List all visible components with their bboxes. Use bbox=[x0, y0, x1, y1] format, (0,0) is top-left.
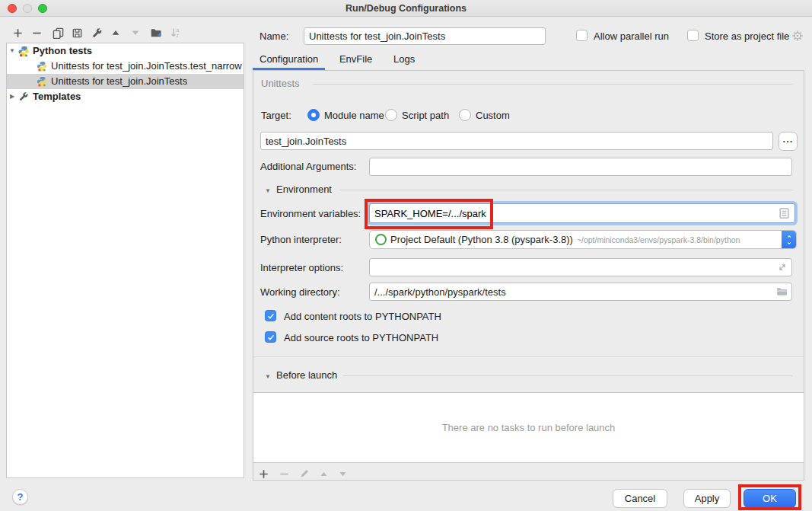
tab-configuration[interactable]: Configuration bbox=[253, 50, 325, 69]
conda-environment-icon bbox=[375, 234, 387, 245]
python-test-icon bbox=[36, 76, 48, 87]
environment-variables-label: Environment variables: bbox=[260, 208, 361, 220]
radio-custom[interactable] bbox=[459, 109, 471, 121]
move-task-up-icon[interactable] bbox=[319, 469, 329, 479]
tab-envfile[interactable]: EnvFile bbox=[333, 50, 379, 69]
chevron-up-icon bbox=[785, 233, 794, 240]
check-icon bbox=[266, 333, 275, 342]
configuration-editor-panel: Unittests Target: Module name Script pat… bbox=[253, 70, 804, 481]
title-bar: Run/Debug Configurations bbox=[0, 0, 812, 17]
before-launch-toolbar bbox=[258, 467, 348, 481]
move-down-button[interactable] bbox=[127, 24, 144, 41]
browse-module-button[interactable]: ... bbox=[779, 132, 798, 151]
apply-button[interactable]: Apply bbox=[683, 489, 731, 508]
working-directory-field-wrap bbox=[369, 283, 792, 301]
interpreter-options-field-wrap bbox=[369, 258, 792, 276]
store-as-project-file-label: Store as project file bbox=[705, 30, 789, 43]
chevron-right-icon[interactable]: ▶ bbox=[7, 89, 18, 104]
module-name-input[interactable] bbox=[260, 132, 773, 150]
tree-item-unittest-jointests-selected[interactable]: Unittests for test_join.JoinTests bbox=[7, 74, 244, 89]
add-task-icon[interactable] bbox=[258, 468, 269, 480]
radio-module-name[interactable] bbox=[307, 109, 320, 121]
radio-custom-label: Custom bbox=[476, 110, 510, 122]
tree-item-templates[interactable]: ▶ Templates bbox=[7, 89, 244, 104]
before-launch-collapse-icon[interactable]: ▼ bbox=[265, 373, 271, 380]
run-debug-configurations-dialog: Run/Debug Configurations ▼ Python tests … bbox=[0, 0, 812, 511]
environment-variables-field-wrap bbox=[369, 203, 795, 223]
configurations-tree: ▼ Python tests Unittests for test_join.J… bbox=[6, 43, 244, 478]
help-button[interactable]: ? bbox=[12, 489, 28, 505]
remove-task-icon[interactable] bbox=[279, 468, 290, 480]
add-source-roots-checkbox[interactable] bbox=[265, 331, 276, 343]
environment-variables-input[interactable] bbox=[370, 204, 773, 222]
environment-collapse-icon[interactable]: ▼ bbox=[265, 187, 271, 194]
before-launch-label: Before launch bbox=[276, 369, 337, 382]
allow-parallel-run-checkbox[interactable] bbox=[576, 30, 588, 41]
add-content-roots-label: Add content roots to PYTHONPATH bbox=[284, 311, 441, 323]
templates-wrench-icon bbox=[18, 91, 30, 102]
interpreter-options-label: Interpreter options: bbox=[260, 262, 343, 274]
working-directory-label: Working directory: bbox=[260, 286, 340, 299]
add-content-roots-checkbox[interactable] bbox=[265, 310, 276, 321]
ok-button[interactable]: OK bbox=[744, 489, 796, 508]
section-divider bbox=[253, 356, 804, 357]
tree-item-python-tests[interactable]: ▼ Python tests bbox=[7, 43, 244, 59]
move-task-down-icon[interactable] bbox=[338, 469, 348, 479]
working-directory-input[interactable] bbox=[369, 283, 792, 301]
radio-module-name-label: Module name bbox=[324, 110, 384, 122]
radio-script-path-label: Script path bbox=[402, 110, 449, 122]
tree-item-label: Unittests for test_join.JoinTests bbox=[51, 74, 187, 89]
tree-item-unittest-test-narrow[interactable]: Unittests for test_join.JoinTests.test_n… bbox=[7, 59, 244, 74]
chevron-down-icon bbox=[785, 240, 794, 247]
new-folder-button[interactable] bbox=[148, 24, 164, 41]
interpreter-options-input[interactable] bbox=[369, 258, 792, 276]
tree-item-label: Templates bbox=[33, 89, 81, 104]
group-separator bbox=[339, 190, 792, 190]
python-test-icon bbox=[36, 61, 48, 72]
allow-parallel-run-label: Allow parallel run bbox=[594, 30, 669, 43]
edit-templates-button[interactable] bbox=[88, 24, 105, 41]
cancel-button[interactable]: Cancel bbox=[613, 489, 667, 508]
check-icon bbox=[266, 311, 275, 321]
tree-item-label: Unittests for test_join.JoinTests.test_n… bbox=[51, 59, 242, 74]
name-input[interactable] bbox=[304, 27, 546, 45]
python-interpreter-label: Python interpreter: bbox=[260, 234, 342, 246]
unittests-group-label: Unittests bbox=[261, 78, 300, 89]
group-separator bbox=[313, 84, 792, 85]
remove-configuration-button[interactable] bbox=[28, 24, 45, 41]
python-interpreter-path: ~/opt/miniconda3/envs/pyspark-3.8/bin/py… bbox=[577, 235, 740, 244]
additional-arguments-input[interactable] bbox=[369, 158, 792, 176]
add-configuration-button[interactable] bbox=[9, 24, 26, 41]
tree-item-label: Python tests bbox=[33, 43, 92, 59]
name-label: Name: bbox=[260, 30, 288, 43]
browse-env-variables-icon[interactable] bbox=[779, 208, 790, 219]
add-source-roots-label: Add source roots to PYTHONPATH bbox=[284, 332, 438, 344]
gear-icon[interactable] bbox=[791, 30, 804, 42]
before-launch-task-list: There are no tasks to run before launch bbox=[253, 392, 804, 463]
store-as-project-file-checkbox[interactable] bbox=[687, 30, 699, 41]
target-label: Target: bbox=[261, 110, 291, 122]
dropdown-stepper[interactable] bbox=[782, 231, 796, 248]
window-title: Run/Debug Configurations bbox=[0, 0, 812, 17]
before-launch-empty-text: There are no tasks to run before launch bbox=[253, 393, 804, 462]
radio-script-path[interactable] bbox=[385, 109, 397, 121]
tab-bar: Configuration EnvFile Logs bbox=[253, 50, 426, 70]
python-tests-icon bbox=[18, 46, 30, 57]
move-up-button[interactable] bbox=[107, 24, 124, 41]
copy-configuration-button[interactable] bbox=[49, 24, 66, 41]
browse-folder-icon[interactable] bbox=[775, 286, 788, 298]
environment-group-label: Environment bbox=[276, 184, 332, 196]
python-interpreter-value: Project Default (Python 3.8 (pyspark-3.8… bbox=[390, 234, 573, 245]
edit-task-icon[interactable] bbox=[299, 468, 310, 479]
sort-configurations-button[interactable] bbox=[167, 24, 184, 41]
expand-field-icon[interactable] bbox=[777, 262, 788, 273]
tab-logs[interactable]: Logs bbox=[387, 50, 422, 69]
save-configuration-button[interactable] bbox=[68, 24, 85, 41]
chevron-down-icon[interactable]: ▼ bbox=[7, 43, 18, 59]
additional-arguments-label: Additional Arguments: bbox=[260, 161, 356, 173]
group-separator bbox=[343, 375, 792, 376]
python-interpreter-select[interactable]: Project Default (Python 3.8 (pyspark-3.8… bbox=[369, 230, 797, 249]
